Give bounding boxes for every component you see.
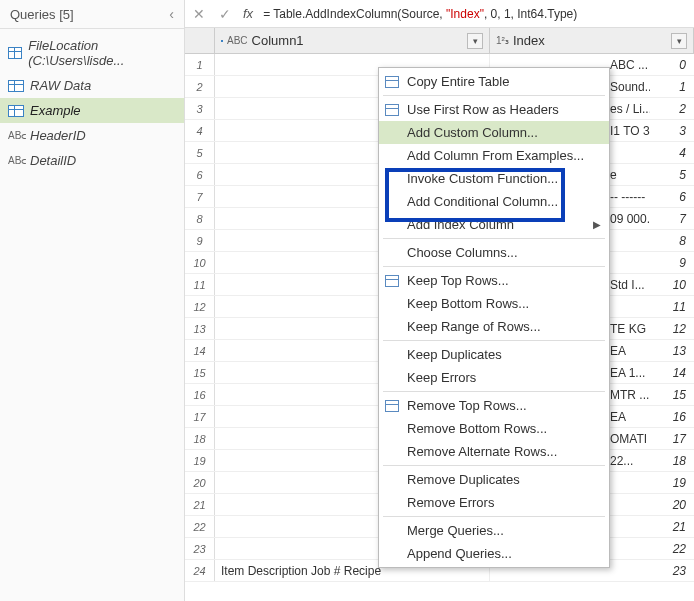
query-item[interactable]: Example	[0, 98, 184, 123]
table-icon	[8, 47, 22, 59]
menu-item-label: Add Index Column	[407, 217, 514, 232]
cancel-icon[interactable]: ✕	[191, 6, 207, 22]
menu-item-label: Merge Queries...	[407, 523, 504, 538]
query-item[interactable]: ABᴄHeaderID	[0, 123, 184, 148]
menu-item[interactable]: Keep Top Rows...	[379, 269, 609, 292]
cell-column1-fragment: EA 1...	[610, 362, 650, 384]
table-icon	[385, 275, 399, 287]
menu-item[interactable]: Add Custom Column...	[379, 121, 609, 144]
editor-panel: ✕ ✓ fx = Table.AddIndexColumn(Source, "I…	[185, 0, 694, 601]
menu-item-label: Choose Columns...	[407, 245, 518, 260]
menu-separator	[383, 391, 605, 392]
collapse-icon[interactable]: ‹	[169, 6, 174, 22]
menu-item[interactable]: Add Index Column▶	[379, 213, 609, 236]
menu-item[interactable]: Remove Errors	[379, 491, 609, 514]
menu-item[interactable]: Add Column From Examples...	[379, 144, 609, 167]
row-number: 7	[185, 186, 215, 207]
row-number: 20	[185, 472, 215, 493]
row-number: 17	[185, 406, 215, 427]
menu-item[interactable]: Append Queries...	[379, 542, 609, 565]
row-number: 19	[185, 450, 215, 471]
row-number: 24	[185, 560, 215, 581]
menu-item[interactable]: Use First Row as Headers	[379, 98, 609, 121]
row-number: 11	[185, 274, 215, 295]
menu-separator	[383, 238, 605, 239]
menu-item[interactable]: Keep Errors	[379, 366, 609, 389]
formula-text[interactable]: = Table.AddIndexColumn(Source, "Index", …	[263, 7, 577, 21]
menu-item[interactable]: Remove Alternate Rows...	[379, 440, 609, 463]
menu-item-label: Keep Range of Rows...	[407, 319, 541, 334]
menu-item[interactable]: Merge Queries...	[379, 519, 609, 542]
menu-item-label: Use First Row as Headers	[407, 102, 559, 117]
cell-column1-fragment: I1 TO 3...	[610, 120, 650, 142]
menu-item[interactable]: Keep Range of Rows...	[379, 315, 609, 338]
menu-item-label: Remove Alternate Rows...	[407, 444, 557, 459]
table-icon	[385, 400, 399, 412]
text-icon: ABᴄ	[8, 155, 24, 166]
row-number: 3	[185, 98, 215, 119]
cell-column1-fragment: ABC ...	[610, 54, 650, 76]
table-icon	[385, 76, 399, 88]
query-list: FileLocation (C:\Users\lisde...RAW DataE…	[0, 29, 184, 177]
column-header-index[interactable]: 1²₃ Index ▾	[490, 28, 694, 53]
row-number: 13	[185, 318, 215, 339]
submenu-arrow-icon: ▶	[593, 219, 601, 230]
menu-separator	[383, 266, 605, 267]
column-filter-dropdown[interactable]: ▾	[671, 33, 687, 49]
table-icon	[385, 104, 399, 116]
query-label: FileLocation (C:\Users\lisde...	[28, 38, 176, 68]
row-number: 23	[185, 538, 215, 559]
menu-item[interactable]: Keep Bottom Rows...	[379, 292, 609, 315]
menu-item-label: Add Column From Examples...	[407, 148, 584, 163]
query-item[interactable]: FileLocation (C:\Users\lisde...	[0, 33, 184, 73]
cell-column1-fragment: Sound...	[610, 76, 650, 98]
cell-column1-fragment: es / Li...	[610, 98, 650, 120]
menu-item-label: Keep Errors	[407, 370, 476, 385]
row-number: 8	[185, 208, 215, 229]
menu-item[interactable]: Remove Bottom Rows...	[379, 417, 609, 440]
queries-panel: Queries [5] ‹ FileLocation (C:\Users\lis…	[0, 0, 185, 601]
query-item[interactable]: ABᴄDetailID	[0, 148, 184, 173]
menu-item-label: Add Conditional Column...	[407, 194, 558, 209]
menu-item[interactable]: Remove Duplicates	[379, 468, 609, 491]
menu-item[interactable]: Add Conditional Column...	[379, 190, 609, 213]
cell-column1-fragment: OMATI	[610, 428, 650, 450]
row-number: 5	[185, 142, 215, 163]
menu-item[interactable]: Keep Duplicates	[379, 343, 609, 366]
fx-icon[interactable]: fx	[243, 6, 253, 21]
queries-title: Queries [5]	[10, 7, 169, 22]
menu-item-label: Remove Duplicates	[407, 472, 520, 487]
row-number: 10	[185, 252, 215, 273]
menu-separator	[383, 95, 605, 96]
menu-item[interactable]: Invoke Custom Function...	[379, 167, 609, 190]
queries-header[interactable]: Queries [5] ‹	[0, 0, 184, 29]
formula-bar: ✕ ✓ fx = Table.AddIndexColumn(Source, "I…	[185, 0, 694, 28]
cell-column1-fragment: TE KG ...	[610, 318, 650, 340]
menu-item-label: Remove Bottom Rows...	[407, 421, 547, 436]
menu-separator	[383, 465, 605, 466]
row-number: 21	[185, 494, 215, 515]
query-label: Example	[30, 103, 81, 118]
menu-item[interactable]: Copy Entire Table	[379, 70, 609, 93]
cell-column1-fragment: Std I...	[610, 274, 650, 296]
column-name: Column1	[252, 33, 304, 48]
menu-item[interactable]: Remove Top Rows...	[379, 394, 609, 417]
column-header-column1[interactable]: ABC Column1 ▾	[215, 28, 490, 53]
row-number: 22	[185, 516, 215, 537]
column-filter-dropdown[interactable]: ▾	[467, 33, 483, 49]
row-number: 6	[185, 164, 215, 185]
query-item[interactable]: RAW Data	[0, 73, 184, 98]
menu-item-label: Remove Errors	[407, 495, 494, 510]
cell-column1-fragment: 09 000...	[610, 208, 650, 230]
row-number: 4	[185, 120, 215, 141]
table-corner-button[interactable]	[185, 28, 215, 53]
table-icon	[8, 105, 24, 117]
cell-column1-fragment: MTR ...	[610, 384, 650, 406]
cell-column1-fragment: e	[610, 164, 650, 186]
menu-separator	[383, 516, 605, 517]
menu-item[interactable]: Choose Columns...	[379, 241, 609, 264]
cell-column1-fragment: -- ------	[610, 186, 650, 208]
row-number: 14	[185, 340, 215, 361]
accept-icon[interactable]: ✓	[217, 6, 233, 22]
column-type-label: 1²₃	[496, 35, 509, 46]
